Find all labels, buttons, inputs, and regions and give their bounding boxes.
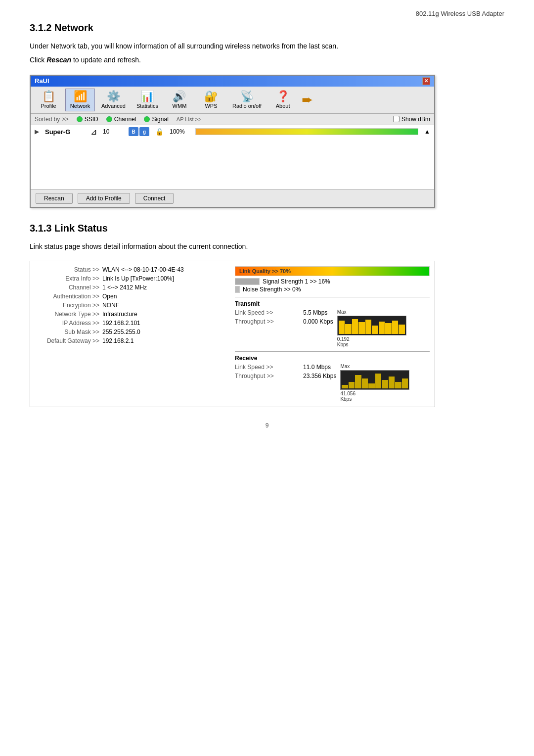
ssid-radio-indicator <box>77 116 83 122</box>
receive-section: Receive Link Speed >> 11.0 Mbps Throughp… <box>235 351 430 402</box>
lock-icon: 🔒 <box>155 128 164 136</box>
signal-sort-label: Signal <box>152 116 168 123</box>
rescan-button[interactable]: Rescan <box>36 193 73 204</box>
profile-label: Profile <box>41 103 56 109</box>
sorted-by-label: Sorted by >> <box>35 116 69 123</box>
ap-list-label: AP List >> <box>177 116 202 122</box>
radio-icon: 📡 <box>240 91 254 102</box>
rx-throughput-value: 23.356 Kbps <box>303 373 336 379</box>
network-type-value: Infrastructure <box>102 311 137 318</box>
section-title-link-status: 3.1.3 Link Status <box>30 223 504 234</box>
show-dbm-checkbox[interactable] <box>393 116 400 122</box>
status-value: WLAN <--> 08-10-17-00-4E-43 <box>102 266 184 273</box>
toolbar-network[interactable]: 📶 Network <box>65 89 95 111</box>
link-status-window: Status >> WLAN <--> 08-10-17-00-4E-43 Ex… <box>30 261 435 407</box>
section-description-link: Link status page shows detail informatio… <box>30 241 504 252</box>
profile-icon: 📋 <box>42 91 55 102</box>
about-label: About <box>276 103 290 109</box>
rx-throughput-label: Throughput >> <box>235 373 299 379</box>
encrypt-icons: B g <box>129 127 149 136</box>
rx-throughput-row: Throughput >> 23.356 Kbps <box>235 373 336 379</box>
toolbar-wps[interactable]: 🔐 WPS <box>196 89 226 111</box>
tx-kbps-label: 0.192Kbps <box>337 336 406 347</box>
ssid-radio-label[interactable]: SSID <box>77 116 98 123</box>
scroll-up-icon[interactable]: ▲ <box>424 128 430 135</box>
rx-bar-chart <box>340 370 409 390</box>
radio-label: Radio on/off <box>232 103 262 109</box>
wifi-icon: ⊿ <box>90 127 97 137</box>
tx-bar-chart <box>337 316 406 335</box>
toolbar: 📋 Profile 📶 Network ⚙️ Advanced 📊 Statis… <box>31 87 434 114</box>
channel-value: 10 <box>103 128 123 135</box>
quality-section: Link Quality >> 70% Signal Strength 1 >>… <box>235 266 430 293</box>
desc-suffix: to update and refresh. <box>71 56 141 64</box>
add-to-profile-button[interactable]: Add to Profile <box>78 193 130 204</box>
info-row-gateway: Default Gateway >> 192.168.2.1 <box>35 337 230 344</box>
info-row-submask: Sub Mask >> 255.255.255.0 <box>35 329 230 335</box>
rx-kbps-label: 41.056Kbps <box>340 391 409 402</box>
wmm-icon: 🔊 <box>173 91 186 102</box>
toolbar-advanced[interactable]: ⚙️ Advanced <box>97 89 130 111</box>
info-row-ip: IP Address >> 192.168.2.101 <box>35 320 230 327</box>
rescan-keyword: Rescan <box>46 56 71 64</box>
encrypt-value: NONE <box>102 302 120 309</box>
window-close-button[interactable]: ✕ <box>422 77 430 85</box>
channel-radio-indicator <box>106 116 112 122</box>
window-title: RaUI <box>35 77 49 85</box>
signal-strength-label: Signal Strength 1 >> 16% <box>263 278 330 285</box>
toolbar-profile[interactable]: 📋 Profile <box>34 89 63 111</box>
signal-radio-label[interactable]: Signal <box>144 116 168 123</box>
noise-bar <box>235 286 240 293</box>
submask-value: 255.255.255.0 <box>102 329 140 335</box>
link-right-panel: Link Quality >> 70% Signal Strength 1 >>… <box>235 266 430 402</box>
section-description-2: Click Rescan to update and refresh. <box>30 54 504 65</box>
network-type-label: Network Type >> <box>35 311 99 318</box>
ssid-value: Super-G <box>45 128 85 136</box>
rx-speed-value: 11.0 Mbps <box>303 364 331 371</box>
tx-max-label: Max <box>337 309 406 315</box>
g-icon: g <box>139 127 149 136</box>
statistics-icon: 📊 <box>140 91 154 102</box>
toolbar-statistics[interactable]: 📊 Statistics <box>132 89 163 111</box>
channel-radio-label[interactable]: Channel <box>106 116 136 123</box>
toolbar-radio[interactable]: 📡 Radio on/off <box>228 89 266 111</box>
row-expand-icon[interactable]: ▶ <box>35 128 39 135</box>
tx-throughput-label: Throughput >> <box>235 318 299 325</box>
advanced-icon: ⚙️ <box>107 91 120 102</box>
info-row-encrypt: Encryption >> NONE <box>35 302 230 309</box>
statistics-label: Statistics <box>136 103 158 109</box>
signal-bar <box>195 128 418 135</box>
transmit-section: Transmit Link Speed >> 5.5 Mbps Throughp… <box>235 297 430 347</box>
window-titlebar: RaUI ✕ <box>31 76 434 87</box>
signal-radio-indicator <box>144 116 150 122</box>
transmit-title: Transmit <box>235 300 430 307</box>
channel-value: 1 <--> 2412 MHz <box>102 284 147 291</box>
toolbar-wmm[interactable]: 🔊 WMM <box>165 89 194 111</box>
table-row[interactable]: ▶ Super-G ⊿ 10 B g 🔒 100% ▲ <box>31 125 434 139</box>
wps-label: WPS <box>205 103 217 109</box>
quality-bar: Link Quality >> 70% <box>235 266 430 276</box>
signal-percent: 100% <box>170 128 189 135</box>
submask-label: Sub Mask >> <box>35 329 99 335</box>
ip-label: IP Address >> <box>35 320 99 327</box>
gateway-value: 192.168.2.1 <box>102 337 134 344</box>
ssid-label: SSID <box>85 116 98 123</box>
tx-speed-label: Link Speed >> <box>235 309 299 316</box>
advanced-label: Advanced <box>101 103 126 109</box>
sort-bar: Sorted by >> SSID Channel Signal AP List… <box>31 114 434 125</box>
show-dbm-row: Show dBm <box>393 116 430 123</box>
info-row-network-type: Network Type >> Infrastructure <box>35 311 230 318</box>
tx-chart-area: Max <box>337 309 406 347</box>
bottom-buttons: Rescan Add to Profile Connect <box>31 189 434 207</box>
receive-title: Receive <box>235 355 430 362</box>
encrypt-label: Encryption >> <box>35 302 99 309</box>
link-left-panel: Status >> WLAN <--> 08-10-17-00-4E-43 Ex… <box>35 266 230 402</box>
connect-button[interactable]: Connect <box>135 193 174 204</box>
network-label: Network <box>70 103 90 109</box>
wps-icon: 🔐 <box>204 91 218 102</box>
extra-info-label: Extra Info >> <box>35 275 99 282</box>
info-row-channel: Channel >> 1 <--> 2412 MHz <box>35 284 230 291</box>
tx-speed-value: 5.5 Mbps <box>303 309 327 316</box>
toolbar-about[interactable]: ❓ About <box>268 89 298 111</box>
rx-speed-label: Link Speed >> <box>235 364 299 371</box>
